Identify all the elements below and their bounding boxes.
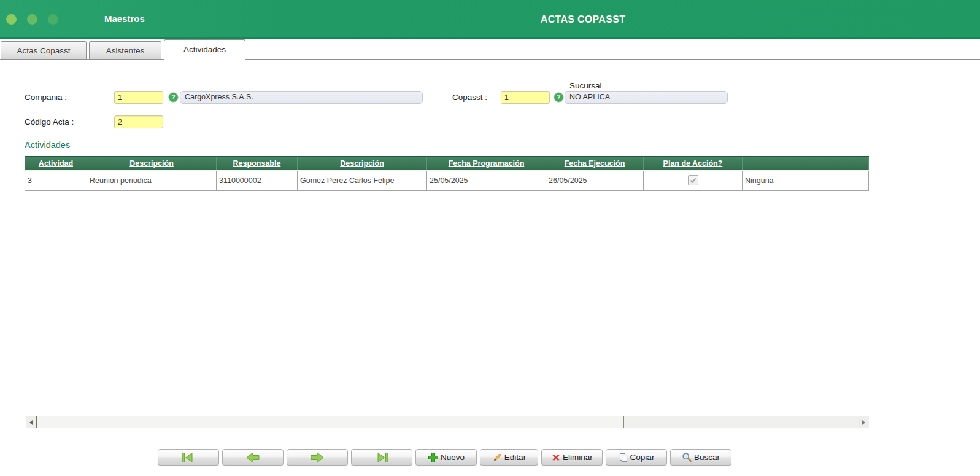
compania-label: Compañia :: [25, 92, 67, 103]
scrollbar-thumb[interactable]: [36, 416, 624, 428]
scroll-left-button[interactable]: [26, 416, 36, 428]
search-icon: [682, 452, 692, 462]
window-dot-icon: [48, 14, 58, 25]
compania-name-field: CargoXpress S.A.S.: [180, 91, 423, 104]
scroll-left-arrow-icon: [29, 420, 33, 425]
cell-responsable-nombre: Gomez Perez Carlos Felipe: [298, 170, 427, 190]
copasst-label: Copasst :: [452, 92, 487, 103]
title-bar: Maestros ACTAS COPASST: [0, 0, 980, 39]
codigo-acta-label: Código Acta :: [25, 117, 74, 128]
copiar-button-label: Copiar: [630, 453, 655, 462]
cell-responsable: 3110000002: [217, 170, 298, 190]
column-header-descripcion[interactable]: Descripción: [87, 157, 217, 170]
actividades-grid: Actividad Descripción Responsable Descri…: [25, 156, 869, 191]
column-header-responsable[interactable]: Responsable: [217, 157, 298, 170]
editar-button[interactable]: Editar: [480, 449, 538, 466]
delete-x-icon: [551, 453, 561, 462]
svg-text:?: ?: [171, 93, 175, 101]
column-header-fecha-ejecucion[interactable]: Fecha Ejecución: [546, 157, 644, 170]
plus-icon: [428, 452, 439, 463]
next-record-icon: [308, 451, 326, 464]
tab-asistentes[interactable]: Asistentes: [89, 41, 161, 59]
compania-lookup-help-icon[interactable]: ?: [168, 92, 179, 103]
nav-previous-button[interactable]: [222, 449, 284, 466]
copasst-code-input[interactable]: [501, 91, 550, 104]
scrollbar-track[interactable]: [624, 416, 858, 428]
copy-icon: [619, 453, 628, 462]
buscar-button[interactable]: Buscar: [670, 449, 731, 466]
column-header-plan-de-accion[interactable]: Plan de Acción?: [644, 157, 743, 170]
column-header-actividad[interactable]: Actividad: [25, 157, 87, 170]
scroll-right-button[interactable]: [858, 416, 869, 428]
window-dots: [6, 14, 58, 25]
cell-plan-detalle: Ninguna: [743, 170, 869, 190]
window-dot-icon: [6, 14, 17, 25]
grid-section-title: Actividades: [25, 140, 70, 150]
sucursal-name-field: NO APLICA: [565, 91, 728, 104]
grid-horizontal-scrollbar: [26, 416, 869, 428]
cell-plan-de-accion: [644, 170, 743, 190]
app-window: Maestros ACTAS COPASST Actas Copasst Asi…: [0, 0, 980, 476]
page-title: ACTAS COPASST: [541, 14, 625, 25]
cell-fecha-ejecucion: 26/05/2025: [546, 170, 644, 190]
svg-text:?: ?: [557, 93, 560, 101]
window-dot-icon: [27, 14, 37, 25]
nav-next-button[interactable]: [287, 449, 348, 466]
first-record-icon: [179, 451, 198, 464]
eliminar-button[interactable]: Eliminar: [541, 449, 603, 466]
nav-last-button[interactable]: [351, 449, 412, 466]
previous-record-icon: [244, 451, 262, 464]
copasst-lookup-help-icon[interactable]: ?: [554, 92, 564, 103]
nuevo-button[interactable]: Nuevo: [415, 449, 477, 466]
nuevo-button-label: Nuevo: [441, 453, 465, 462]
plan-de-accion-checkbox[interactable]: [688, 175, 698, 185]
record-toolbar: Nuevo Editar Eliminar: [158, 449, 731, 466]
cell-fecha-programacion: 25/05/2025: [427, 170, 546, 190]
buscar-button-label: Buscar: [694, 453, 720, 462]
scroll-right-arrow-icon: [862, 420, 865, 425]
column-header-fecha-programacion[interactable]: Fecha Programación: [427, 157, 546, 170]
nav-first-button[interactable]: [158, 449, 219, 466]
column-header-extra: [743, 157, 869, 170]
codigo-acta-input[interactable]: [114, 115, 163, 128]
last-record-icon: [372, 451, 391, 464]
cell-actividad: 3: [25, 170, 87, 190]
column-header-descripcion-2[interactable]: Descripción: [298, 157, 427, 170]
sucursal-label: Sucursal: [569, 80, 602, 92]
pencil-icon: [492, 452, 503, 462]
grid-data-row[interactable]: 3 Reunion periodica 3110000002 Gomez Per…: [25, 170, 869, 190]
eliminar-button-label: Eliminar: [563, 453, 593, 462]
tab-actas-copasst[interactable]: Actas Copasst: [1, 41, 87, 59]
check-icon: [689, 176, 697, 184]
tab-actividades[interactable]: Actividades: [164, 39, 245, 60]
compania-code-input[interactable]: [114, 91, 163, 104]
cell-descripcion: Reunion periodica: [87, 170, 217, 190]
editar-button-label: Editar: [504, 453, 526, 462]
grid-header-row: Actividad Descripción Responsable Descri…: [25, 157, 869, 170]
copiar-button[interactable]: Copiar: [606, 449, 667, 466]
tab-strip: Actas Copasst Asistentes Actividades: [0, 39, 980, 60]
app-title: Maestros: [104, 14, 145, 24]
